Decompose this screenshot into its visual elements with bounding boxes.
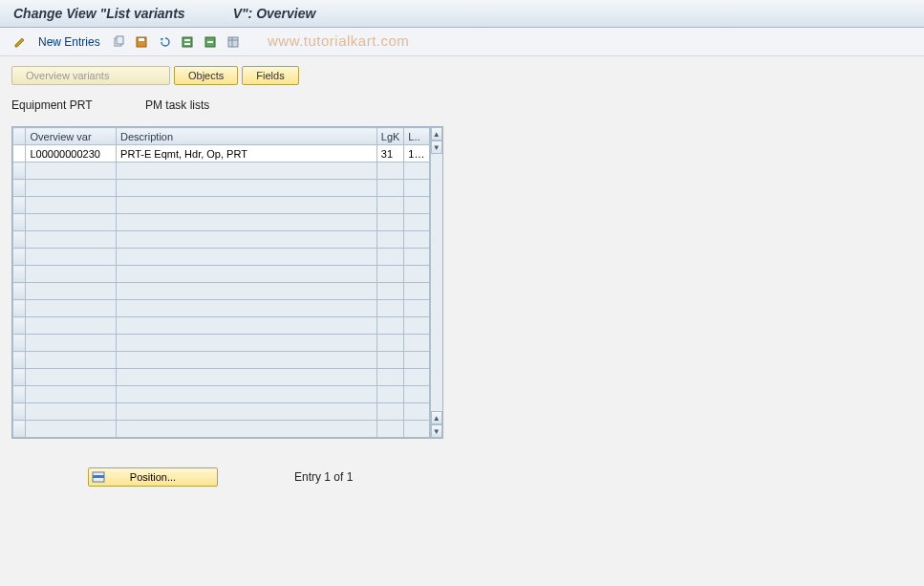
pencil-icon[interactable] (11, 33, 29, 51)
cell-description[interactable] (117, 403, 377, 421)
cell-description[interactable]: PRT-E Eqmt, Hdr, Op, PRT (117, 145, 377, 163)
cell-overview-var[interactable] (26, 300, 117, 317)
position-button[interactable]: Position... (88, 467, 218, 487)
cell-lgk[interactable] (376, 352, 404, 369)
cell-lgk[interactable] (376, 403, 404, 421)
row-selector[interactable] (13, 352, 26, 369)
undo-icon[interactable] (156, 33, 173, 51)
cell-lgk[interactable]: 31 (376, 145, 404, 163)
deselect-all-icon[interactable] (202, 33, 219, 51)
col-header-description[interactable]: Description (117, 128, 377, 145)
table-row[interactable] (13, 386, 430, 403)
cell-lgk[interactable] (376, 317, 404, 335)
table-row[interactable]: L00000000230PRT-E Eqmt, Hdr, Op, PRT311… (13, 145, 430, 163)
cell-lgk[interactable] (376, 163, 404, 180)
cell-description[interactable] (117, 231, 377, 249)
cell-description[interactable] (117, 180, 377, 197)
cell-l[interactable] (404, 249, 429, 266)
cell-description[interactable] (117, 197, 377, 214)
scroll-track[interactable] (431, 154, 443, 411)
cell-description[interactable] (117, 163, 377, 180)
cell-overview-var[interactable] (26, 266, 117, 283)
row-selector[interactable] (13, 421, 26, 438)
cell-l[interactable] (404, 180, 429, 197)
table-row[interactable] (13, 352, 430, 369)
cell-lgk[interactable] (376, 335, 404, 352)
new-entries-button[interactable]: New Entries (38, 35, 100, 49)
cell-overview-var[interactable] (26, 335, 117, 352)
cell-overview-var[interactable] (26, 403, 117, 421)
cell-lgk[interactable] (376, 300, 404, 317)
table-row[interactable] (13, 163, 430, 180)
cell-lgk[interactable] (376, 369, 404, 386)
cell-lgk[interactable] (376, 214, 404, 231)
cell-description[interactable] (117, 352, 377, 369)
table-row[interactable] (13, 249, 430, 266)
row-selector[interactable] (13, 180, 26, 197)
copy-icon[interactable] (110, 33, 127, 51)
layout-icon[interactable] (225, 33, 242, 51)
cell-l[interactable] (404, 163, 429, 180)
row-selector[interactable] (13, 317, 26, 335)
cell-overview-var[interactable] (26, 421, 117, 438)
cell-lgk[interactable] (376, 421, 404, 438)
cell-overview-var[interactable] (26, 369, 117, 386)
cell-l[interactable] (404, 283, 429, 300)
cell-lgk[interactable] (376, 283, 404, 300)
cell-description[interactable] (117, 335, 377, 352)
cell-description[interactable] (117, 386, 377, 403)
cell-description[interactable] (117, 214, 377, 231)
cell-overview-var[interactable] (26, 163, 117, 180)
table-corner[interactable] (13, 128, 26, 145)
cell-l[interactable] (404, 386, 429, 403)
row-selector[interactable] (13, 231, 26, 249)
cell-l[interactable] (404, 214, 429, 231)
cell-l[interactable] (404, 317, 429, 335)
row-selector[interactable] (13, 403, 26, 421)
cell-description[interactable] (117, 317, 377, 335)
cell-lgk[interactable] (376, 180, 404, 197)
table-row[interactable] (13, 369, 430, 386)
cell-l[interactable] (404, 197, 429, 214)
cell-l[interactable]: 1… (404, 145, 429, 163)
cell-l[interactable] (404, 403, 429, 421)
scroll-down-icon[interactable]: ▼ (431, 424, 443, 438)
table-row[interactable] (13, 197, 430, 214)
row-selector[interactable] (13, 197, 26, 214)
row-selector[interactable] (13, 335, 26, 352)
save-icon[interactable] (133, 33, 150, 51)
table-row[interactable] (13, 317, 430, 335)
table-row[interactable] (13, 180, 430, 197)
cell-overview-var[interactable] (26, 180, 117, 197)
scroll-up-icon[interactable]: ▲ (431, 127, 443, 141)
cell-l[interactable] (404, 335, 429, 352)
cell-overview-var[interactable] (26, 214, 117, 231)
row-selector[interactable] (13, 369, 26, 386)
cell-overview-var[interactable] (26, 231, 117, 249)
table-row[interactable] (13, 403, 430, 421)
table-row[interactable] (13, 335, 430, 352)
cell-overview-var[interactable] (26, 283, 117, 300)
cell-lgk[interactable] (376, 231, 404, 249)
tab-fields[interactable]: Fields (242, 66, 298, 85)
row-selector[interactable] (13, 300, 26, 317)
cell-lgk[interactable] (376, 249, 404, 266)
scroll-up-step-icon[interactable]: ▲ (431, 411, 443, 424)
cell-overview-var[interactable] (26, 197, 117, 214)
row-selector[interactable] (13, 163, 26, 180)
row-selector[interactable] (13, 145, 26, 163)
cell-lgk[interactable] (376, 386, 404, 403)
cell-description[interactable] (117, 421, 377, 438)
table-row[interactable] (13, 283, 430, 300)
cell-l[interactable] (404, 421, 429, 438)
cell-overview-var[interactable] (26, 317, 117, 335)
table-row[interactable] (13, 214, 430, 231)
cell-description[interactable] (117, 266, 377, 283)
select-all-icon[interactable] (179, 33, 196, 51)
tab-objects[interactable]: Objects (174, 66, 238, 85)
cell-description[interactable] (117, 249, 377, 266)
scroll-down-step-icon[interactable]: ▼ (431, 141, 443, 154)
table-row[interactable] (13, 421, 430, 438)
cell-description[interactable] (117, 283, 377, 300)
col-header-lgk[interactable]: LgK (376, 128, 404, 145)
